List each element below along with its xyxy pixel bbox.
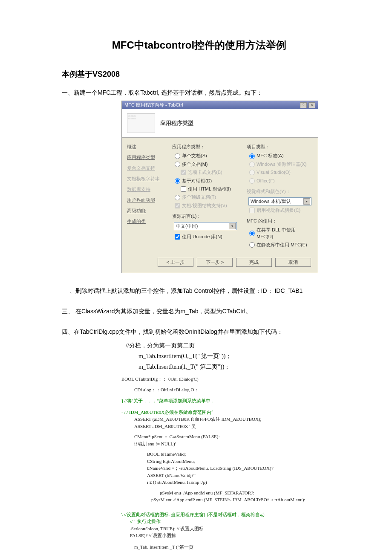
code-line: FALSE)? // 谩置小图掠 (130, 532, 337, 539)
radio-single-doc[interactable]: 单个文档(S) (175, 153, 238, 159)
check-visual-switch[interactable]: 启用视觉样式切换(C) (249, 207, 313, 214)
code-line: .Setlcon^hIcon, TRUE); // 设置大图标 (130, 525, 337, 532)
wizard-title-buttons: ? × (300, 102, 315, 108)
sidebar-item-genclasses[interactable]: 生成的类 (127, 218, 164, 225)
wizard-col-projtype: 项目类型： MFC 标准(A) Windows 资源管理器(X) Visual … (247, 144, 313, 248)
code-line: i £ (! strAboutMenu. IsEmp t/p) (147, 479, 337, 486)
check-tabbed-doc[interactable]: 选项卡式文档(B) (181, 169, 238, 176)
wizard-header: ▭▭▭▭▭▭ 应用程序类型 (122, 109, 318, 138)
group-projtype-label: 项目类型： (247, 144, 313, 150)
sidebar-item-advanced[interactable]: 高级功能 (127, 208, 164, 214)
help-icon[interactable]: ? (300, 102, 307, 108)
select-resource-language-value: 中文(中国) (176, 223, 198, 229)
doc-subtitle: 本例基于VS2008 (62, 69, 337, 79)
close-icon[interactable]: × (308, 102, 315, 108)
check-html-dialog[interactable]: 使用 HTML 对话框(I) (181, 186, 238, 192)
code-line: \ //设置此对话框的图标. 当应用程序主窗口不是对话框时，框架将自动 (121, 511, 337, 518)
code-line: //＇执行此操作 (130, 518, 337, 525)
code-line: CMenu* pSenu = 'G«tS/stemMenu (FALSE): (134, 433, 337, 440)
code-line: ASSERT (aDM_AE0UTB0K ft 血FFFO农注 IDM_AEOU… (134, 416, 337, 423)
code-line: CDi alog：：OitLni tDi alog.O： (134, 386, 337, 393)
code-line: m_Tab.InsertItem(O,_T(" 第一页"))； (138, 351, 337, 361)
finish-button[interactable]: 完成 (236, 258, 272, 267)
sidebar-item-ui[interactable]: 用户界面功能 (127, 197, 164, 203)
step-1: 一、新建一个MFC工程，取名Tabctrl, 选择基于对话框，然后点完成。如下： (62, 88, 337, 97)
radio-multi-toplevel[interactable]: 多个顶级文档(T) (175, 194, 238, 200)
group-mfcuse-label: MFC 的使用： (247, 218, 313, 224)
doc-title: MFC中tabcontrol控件的使用方法举例 (62, 38, 337, 52)
prev-button[interactable]: < 上一步 (158, 258, 193, 267)
sidebar-item-apptype[interactable]: 应用程序类型 (127, 154, 164, 161)
radio-visual-studio[interactable]: Visual Studio(O) (249, 169, 313, 176)
code-line: BOOL blTameValid; (147, 451, 337, 458)
wizard-sidebar: 概述 应用程序类型 复合文档支持 文档模板字符串 数据库支持 用户界面功能 高级… (127, 144, 164, 248)
code-line: if 魂訓enu != NULL)' (134, 440, 337, 448)
group-visualstyle-label: 视觉样式和颜色(Y)： (247, 188, 313, 195)
radio-shared-dll[interactable]: 在共享 DLL 中使用 MFC(U) (249, 227, 313, 240)
sidebar-item-doctemplate[interactable]: 文档模板字符串 (127, 176, 164, 182)
wizard-body: 概述 应用程序类型 复合文档支持 文档模板字符串 数据库支持 用户界面功能 高级… (122, 138, 318, 253)
wizard-header-title: 应用程序类型 (160, 119, 193, 127)
step-2: 、删除对话框上默认添加的三个控件，添加Tab Control控件，属性设置：ID… (69, 286, 337, 295)
radio-dialog-based[interactable]: 基于对话框(D) (175, 178, 238, 184)
radio-win-explorer[interactable]: Windows 资源管理器(X) (249, 161, 313, 168)
code-line: BOOL CTabttrlDlg：： 0rJni tDialog'C) (121, 376, 337, 383)
code-line: m_Tab.InsertItem(1,_T(" 第二页"))； (138, 361, 337, 372)
code-line: ASSERT aDM_AB0UTE0X ' 吴 (134, 423, 337, 430)
code-line: ASSERT (bNameValidj?" (147, 472, 337, 479)
select-resource-language[interactable]: 中文(中国) ▾ (174, 222, 237, 230)
step-4: 四、在TabCtrlDlg.cpp文件中，找到初始化函数OnInitDialog… (62, 327, 337, 336)
wizard-preview-thumb: ▭▭▭▭▭▭ (127, 113, 155, 133)
code-line: pSysM enu· /App endM enu (MF_SEFARATORJ: (160, 489, 337, 497)
mfc-wizard-dialog: MFC 应用程序向导 - TabCtrl ? × ▭▭▭▭▭▭ 应用程序类型 概… (121, 101, 318, 273)
wizard-footer: < 上一步 下一步 > 完成 取消 (122, 254, 318, 273)
cancel-button[interactable]: 取消 (275, 258, 311, 267)
code-line: ] //将"关于．．．"菜单项添加到系统菜单中． (121, 397, 337, 405)
radio-office[interactable]: Office(F) (249, 178, 313, 184)
code-line: m_Tab. Insertitem _T ("笫一页 (134, 543, 337, 551)
select-visual-style[interactable]: Windows 本机/默认 ▾ (248, 197, 311, 205)
sidebar-item-compound[interactable]: 复合文档支持 (127, 165, 164, 171)
radio-static-lib[interactable]: 在静态库中使用 MFC(E) (249, 242, 313, 248)
wizard-col-apptype: 应用程序类型： 单个文档(S) 多个文档(M) 选项卡式文档(B) 基于对话框(… (172, 144, 238, 248)
chevron-down-icon: ▾ (303, 198, 310, 205)
wizard-titlebar: MFC 应用程序向导 - TabCtrl ? × (122, 101, 318, 109)
chevron-down-icon: ▾ (229, 223, 236, 229)
check-docview[interactable]: 文档/视图结构支持(V) (175, 202, 238, 209)
code-line: pSysM enu-^App endP enu (MF_STEIN^- IBM_… (151, 496, 337, 503)
sidebar-item-overview[interactable]: 概述 (127, 144, 164, 150)
code-line: - /./ IDM_AB0UTB0X必须在系鍵命脅范围内° (121, 409, 337, 416)
group-reslang-label: 资源语言(L)： (172, 213, 238, 220)
select-visual-style-value: Windows 本机/默认 (251, 198, 291, 205)
sidebar-item-database[interactable]: 数据库支持 (127, 186, 164, 193)
code-snippet-insertitem: //分栏，分为第一页第二页 m_Tab.InsertItem(O,_T(" 第一… (126, 340, 337, 373)
next-button[interactable]: 下一步 > (197, 258, 233, 267)
code-line: bNanieValid =；-strAboutMenu. LoadString … (147, 465, 337, 472)
group-apptype-label: 应用程序类型： (172, 144, 238, 150)
code-snippet-oninitdialog: BOOL CTabttrlDlg：： 0rJni tDialog'C) CDi … (121, 376, 337, 550)
code-line: //分栏，分为第一页第二页 (126, 340, 337, 351)
wizard-title-text: MFC 应用程序向导 - TabCtrl (124, 102, 183, 108)
radio-multi-doc[interactable]: 多个文档(M) (175, 161, 238, 168)
check-unicode[interactable]: 使用 Unicode 库(N) (175, 234, 238, 240)
radio-mfc-standard[interactable]: MFC 标准(A) (249, 153, 313, 159)
step-3: 三、 在ClassWizard为其添加变量，变量名为m_Tab，类型为CTabC… (62, 306, 337, 316)
code-line: CString E.jtrAboutMenu; (147, 458, 337, 465)
